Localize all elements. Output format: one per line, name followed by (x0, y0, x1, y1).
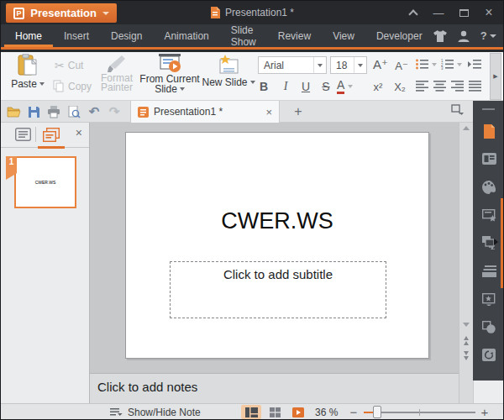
tab-insert[interactable]: Insert (53, 24, 100, 47)
open-file-button[interactable] (6, 104, 21, 119)
cut-button[interactable]: ✂ Cut (55, 59, 83, 72)
tab-design[interactable]: Design (100, 24, 153, 47)
document-tab-presentation1[interactable]: Presentation1 * × (130, 101, 280, 123)
skin-theme-icon[interactable] (433, 30, 447, 42)
font-name-dropdown[interactable] (313, 57, 326, 73)
zoom-in-button[interactable]: + (478, 404, 491, 420)
transition-button[interactable] (481, 207, 496, 223)
paste-button[interactable]: Paste (8, 54, 48, 90)
vertical-scrollbar[interactable] (459, 123, 473, 403)
bold-button[interactable]: B (255, 77, 273, 96)
tab-view[interactable]: View (322, 24, 365, 47)
notes-placeholder-text: Click to add notes (97, 380, 459, 394)
tab-animation[interactable]: Animation (153, 24, 219, 47)
previous-slide-button[interactable] (459, 336, 473, 345)
app-menu-button[interactable]: P Presentation (6, 3, 117, 23)
strikethrough-button[interactable]: S (317, 77, 335, 96)
underline-button[interactable]: U (297, 77, 315, 96)
slide-title-text[interactable]: CWER.WS (126, 208, 428, 234)
minimize-button[interactable]: — (426, 1, 451, 24)
format-painter-button[interactable]: Format Painter (95, 54, 139, 92)
show-hide-note-button[interactable]: Show/Hide Note (110, 404, 201, 420)
font-name-combobox[interactable]: Arial (258, 56, 327, 74)
copy-button[interactable]: Copy (53, 80, 92, 92)
from-current-slide-label-2: Slide (155, 84, 177, 94)
increase-font-size-button[interactable]: A⁺ (371, 55, 390, 74)
align-center-button[interactable] (433, 81, 446, 92)
maximize-button[interactable] (451, 1, 476, 24)
document-tab-bar: ↶ ↷ Presentation1 * × + (1, 101, 473, 123)
tab-home[interactable]: Home (4, 24, 53, 47)
help-button[interactable]: ? (480, 29, 496, 42)
zoom-percentage[interactable]: 36 % (315, 404, 338, 420)
close-document-tab-button[interactable]: × (265, 106, 272, 118)
slide-page[interactable]: CWER.WS Click to add subtitle (125, 132, 429, 359)
slide-sorter-view-button[interactable] (265, 405, 285, 419)
undo-button[interactable]: ↶ (87, 104, 102, 119)
font-color-button[interactable]: A (337, 79, 353, 94)
save-button[interactable] (26, 104, 41, 119)
close-button[interactable]: × (476, 1, 501, 24)
account-person-icon[interactable] (458, 30, 470, 42)
print-button[interactable] (46, 104, 61, 119)
superscript-button[interactable]: x² (369, 77, 387, 96)
help-icon: ? (480, 29, 487, 42)
new-file-button[interactable] (481, 123, 496, 139)
align-left-button[interactable] (416, 81, 428, 92)
font-size-dropdown[interactable] (354, 57, 366, 73)
zoom-slider-thumb[interactable] (373, 406, 381, 418)
tab-slide-show[interactable]: Slide Show (220, 24, 267, 47)
hidden-panel-indicator[interactable] (501, 198, 504, 288)
italic-button[interactable]: I (276, 77, 295, 96)
scroll-down-button[interactable] (459, 323, 473, 327)
zoom-out-button[interactable]: − (347, 404, 360, 420)
ribbon-more-button[interactable]: ▶ (490, 53, 501, 100)
tab-list-button[interactable] (451, 104, 465, 119)
decrease-font-size-button[interactable]: A⁻ (392, 56, 411, 75)
slide-thumbnail-1[interactable]: CWER.WS (14, 156, 76, 208)
notes-pane[interactable]: Click to add notes (90, 373, 459, 403)
scroll-up-button[interactable] (459, 126, 473, 130)
justify-button[interactable] (469, 81, 481, 92)
print-preview-button[interactable] (66, 104, 81, 119)
chevron-down-icon (39, 82, 45, 86)
format-painter-brush-icon (107, 54, 127, 74)
outline-view-tab[interactable] (15, 128, 31, 144)
redo-button[interactable]: ↷ (107, 104, 122, 119)
slide-sorter-pane-button[interactable] (481, 264, 496, 279)
save-floppy-icon (28, 106, 40, 118)
sidebar-handle[interactable] (482, 108, 495, 110)
font-size-combobox[interactable]: 18 (330, 56, 367, 74)
align-right-button[interactable] (451, 81, 464, 92)
new-document-tab-button[interactable]: + (288, 101, 308, 123)
slide-layout-button[interactable] (481, 151, 496, 166)
normal-view-button[interactable] (241, 405, 261, 419)
hidden-panel-arrow-icon (494, 239, 498, 245)
slide-editing-area[interactable]: CWER.WS Click to add subtitle (90, 123, 459, 373)
tab-review[interactable]: Review (267, 24, 322, 47)
collapse-ribbon-button[interactable] (401, 1, 426, 24)
slides-view-tab[interactable] (43, 128, 60, 145)
shapes-button[interactable] (481, 319, 496, 334)
close-panel-button[interactable]: × (76, 126, 82, 139)
subscript-button[interactable]: X₂ (391, 77, 409, 96)
design-palette-button[interactable] (481, 180, 496, 195)
chevron-down-icon (457, 63, 462, 66)
slideshow-view-button[interactable] (288, 405, 308, 419)
chevron-up-icon (408, 9, 417, 18)
tab-developer[interactable]: Developer (365, 24, 433, 47)
arrow-up-icon (463, 126, 470, 130)
slide-properties-button[interactable] (481, 291, 496, 307)
subtitle-placeholder-box[interactable]: Click to add subtitle (170, 261, 386, 318)
document-tab-label: Presentation1 * (154, 106, 260, 118)
increase-indent-button[interactable] (468, 59, 481, 70)
cut-label: Cut (68, 60, 84, 71)
slide-star-dropdown-icon (482, 293, 496, 306)
next-slide-button[interactable] (459, 351, 473, 360)
media-rotate-button[interactable] (481, 347, 496, 362)
numbering-button[interactable]: 123 (441, 59, 462, 70)
new-slide-button[interactable]: New Slide (202, 54, 255, 88)
bullets-button[interactable] (416, 59, 437, 70)
active-view-indicator (38, 146, 65, 149)
from-current-slide-button[interactable]: From Current Slide (140, 54, 199, 94)
